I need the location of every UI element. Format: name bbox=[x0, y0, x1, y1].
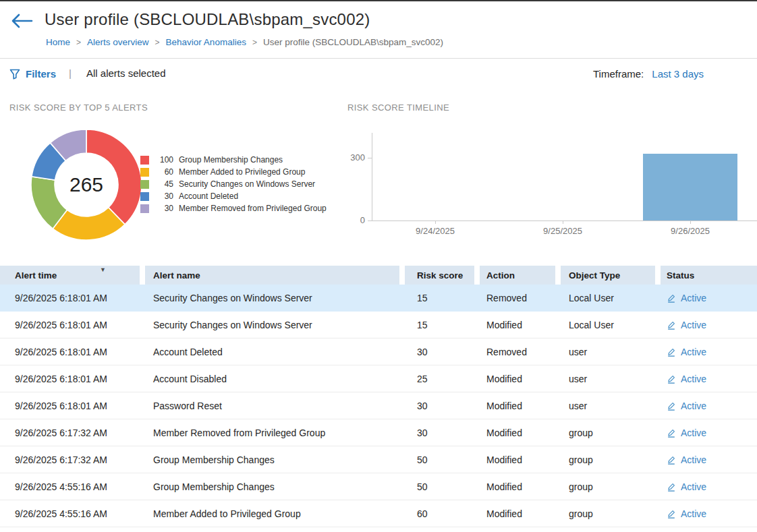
breadcrumb-link[interactable]: Alerts overview bbox=[87, 37, 149, 47]
table-row[interactable]: 9/26/2025 6:18:01 AMPassword Reset30Modi… bbox=[0, 392, 757, 419]
status-label: Active bbox=[681, 454, 706, 465]
status-link[interactable]: Active bbox=[667, 374, 706, 384]
edit-pencil-icon bbox=[667, 482, 676, 492]
table-row[interactable]: 9/26/2025 6:17:32 AMGroup Membership Cha… bbox=[0, 446, 757, 473]
timeframe-value[interactable]: Last 3 days bbox=[652, 68, 704, 80]
legend-swatch bbox=[140, 156, 149, 165]
breadcrumb-link[interactable]: Behavior Anomalies bbox=[166, 37, 246, 47]
cell-name: Password Reset bbox=[145, 392, 405, 419]
legend-item: 60Member Added to Privileged Group bbox=[140, 166, 343, 178]
cell-time: 9/26/2025 6:18:01 AM bbox=[0, 338, 145, 365]
cell-action: Modified bbox=[480, 500, 561, 527]
table-row[interactable]: 9/26/2025 6:18:01 AMAccount Deleted30Rem… bbox=[0, 338, 757, 365]
table-body: 9/26/2025 6:18:01 AMSecurity Changes on … bbox=[0, 285, 757, 527]
x-tick bbox=[690, 220, 691, 224]
status-link[interactable]: Active bbox=[667, 347, 706, 357]
status-label: Active bbox=[681, 320, 706, 330]
column-header-status[interactable]: Status bbox=[661, 266, 757, 285]
legend-item: 30Account Deleted bbox=[140, 190, 343, 202]
y-tick-label: 0 bbox=[341, 215, 365, 225]
status-label: Active bbox=[681, 374, 706, 384]
header-divider bbox=[0, 58, 757, 59]
breadcrumb-link[interactable]: Home bbox=[46, 37, 70, 47]
column-header-action[interactable]: Action bbox=[480, 266, 561, 285]
cell-action: Modified bbox=[480, 392, 561, 419]
cell-name: Member Removed from Privileged Group bbox=[145, 419, 405, 446]
status-label: Active bbox=[681, 347, 706, 357]
y-tick bbox=[368, 158, 372, 158]
edit-pencil-icon bbox=[667, 347, 676, 357]
legend-swatch bbox=[140, 180, 149, 189]
cell-name: Group Membership Changes bbox=[145, 473, 405, 500]
legend-value: 30 bbox=[153, 191, 173, 201]
x-tick-label: 9/24/2025 bbox=[395, 226, 476, 236]
cell-time: 9/26/2025 6:18:01 AM bbox=[0, 365, 145, 392]
status-link[interactable]: Active bbox=[667, 508, 706, 519]
column-header-score[interactable]: Risk score bbox=[405, 266, 480, 285]
table-row[interactable]: 9/26/2025 6:18:01 AMSecurity Changes on … bbox=[0, 312, 757, 338]
cell-time: 9/26/2025 6:17:32 AM bbox=[0, 446, 145, 473]
section-title-top-alerts: RISK SCORE BY TOP 5 ALERTS bbox=[9, 102, 148, 113]
cell-score: 50 bbox=[405, 473, 480, 500]
cell-type: Local User bbox=[561, 285, 661, 311]
cell-time: 9/26/2025 6:18:01 AM bbox=[0, 285, 145, 311]
cell-time: 9/26/2025 4:55:16 AM bbox=[0, 473, 145, 500]
cell-status: Active bbox=[661, 446, 757, 473]
column-header-time[interactable]: Alert time▼ bbox=[0, 266, 145, 285]
cell-status: Active bbox=[661, 338, 757, 365]
status-link[interactable]: Active bbox=[667, 320, 706, 330]
cell-name: Account Disabled bbox=[145, 365, 405, 392]
column-header-type[interactable]: Object Type bbox=[561, 266, 661, 285]
breadcrumb: Home>Alerts overview>Behavior Anomalies>… bbox=[46, 37, 443, 47]
cell-action: Removed bbox=[480, 338, 561, 365]
edit-pencil-icon bbox=[667, 401, 676, 411]
status-link[interactable]: Active bbox=[667, 454, 706, 465]
sort-desc-icon: ▼ bbox=[100, 266, 106, 273]
y-tick-label: 300 bbox=[341, 152, 365, 162]
table-row[interactable]: 9/26/2025 4:55:16 AMGroup Membership Cha… bbox=[0, 473, 757, 500]
status-label: Active bbox=[681, 427, 706, 438]
cell-name: Security Changes on Windows Server bbox=[145, 285, 405, 311]
legend-label: Security Changes on Windows Server bbox=[179, 179, 327, 189]
back-button[interactable] bbox=[11, 13, 34, 28]
cell-score: 30 bbox=[405, 392, 480, 419]
legend-label: Member Added to Privileged Group bbox=[179, 167, 327, 177]
table-row[interactable]: 9/26/2025 6:17:32 AMMember Removed from … bbox=[0, 419, 757, 446]
cell-name: Account Deleted bbox=[145, 338, 405, 365]
y-tick bbox=[368, 220, 372, 221]
cell-status: Active bbox=[661, 285, 757, 311]
timeframe: Timeframe: Last 3 days bbox=[593, 68, 704, 80]
legend-item: 30Member Removed from Privileged Group bbox=[140, 202, 343, 214]
breadcrumb-separator: > bbox=[252, 38, 257, 47]
table-row[interactable]: 9/26/2025 6:18:01 AMAccount Disabled25Mo… bbox=[0, 365, 757, 392]
cell-action: Removed bbox=[480, 285, 561, 311]
cell-score: 50 bbox=[405, 446, 480, 473]
status-link[interactable]: Active bbox=[667, 401, 706, 411]
window-top-strip bbox=[0, 0, 757, 1]
column-header-name[interactable]: Alert name bbox=[145, 266, 405, 285]
cell-time: 9/26/2025 6:18:01 AM bbox=[0, 312, 145, 338]
column-header-label: Action bbox=[486, 270, 515, 280]
timeline-bar bbox=[643, 154, 737, 220]
cell-status: Active bbox=[661, 365, 757, 392]
legend-swatch bbox=[140, 204, 149, 213]
edit-pencil-icon bbox=[667, 509, 676, 519]
status-link[interactable]: Active bbox=[667, 481, 706, 492]
legend-value: 30 bbox=[153, 204, 173, 213]
table-row[interactable]: 9/26/2025 6:18:01 AMSecurity Changes on … bbox=[0, 285, 757, 312]
cell-status: Active bbox=[661, 473, 757, 500]
filters-button[interactable]: Filters bbox=[9, 68, 56, 80]
status-link[interactable]: Active bbox=[667, 427, 706, 438]
x-axis-line bbox=[372, 220, 757, 221]
cell-score: 15 bbox=[405, 312, 480, 338]
legend-swatch bbox=[140, 168, 149, 177]
selection-summary: All alerts selected bbox=[86, 67, 166, 79]
cell-name: Group Membership Changes bbox=[145, 446, 405, 473]
cell-score: 25 bbox=[405, 365, 480, 392]
status-link[interactable]: Active bbox=[667, 293, 706, 303]
column-header-label: Alert name bbox=[153, 270, 200, 280]
legend-value: 60 bbox=[153, 167, 173, 177]
filters-label: Filters bbox=[26, 68, 56, 80]
table-row[interactable]: 9/26/2025 4:55:16 AMMember Added to Priv… bbox=[0, 500, 757, 527]
edit-pencil-icon bbox=[667, 374, 676, 384]
